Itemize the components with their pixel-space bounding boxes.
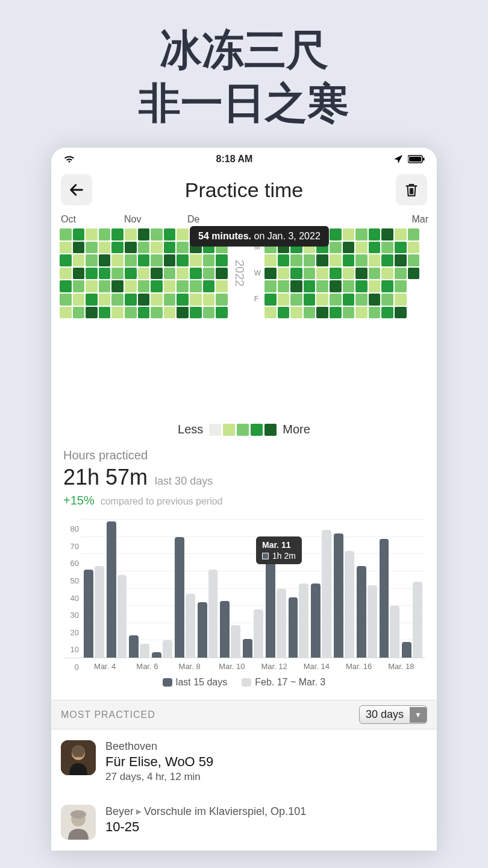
heatmap-day-cell[interactable] xyxy=(73,294,85,306)
heatmap-day-cell[interactable] xyxy=(369,268,381,280)
heatmap-day-cell[interactable] xyxy=(264,280,277,292)
heatmap-day-cell[interactable] xyxy=(164,254,176,266)
heatmap-day-cell[interactable] xyxy=(60,307,72,319)
heatmap-day-cell[interactable] xyxy=(151,268,163,280)
heatmap-day-cell[interactable] xyxy=(73,228,85,241)
heatmap-day-cell[interactable] xyxy=(290,268,302,280)
heatmap-day-cell[interactable] xyxy=(369,254,381,266)
heatmap-day-cell[interactable] xyxy=(60,294,72,306)
heatmap-day-cell[interactable] xyxy=(316,280,328,292)
heatmap-day-cell[interactable] xyxy=(99,242,111,254)
heatmap-day-cell[interactable] xyxy=(278,254,290,266)
list-item[interactable]: Beyer▸Vorschule im Klavierspiel, Op.101 … xyxy=(61,794,427,851)
heatmap-day-cell[interactable] xyxy=(99,228,111,241)
heatmap-day-cell[interactable] xyxy=(125,228,137,241)
heatmap-day-cell[interactable] xyxy=(330,242,342,254)
heatmap-day-cell[interactable] xyxy=(86,228,98,241)
heatmap-day-cell[interactable] xyxy=(190,254,202,266)
chart-bars[interactable] xyxy=(84,520,422,658)
heatmap-day-cell[interactable] xyxy=(138,228,150,241)
bar-current[interactable] xyxy=(198,602,207,658)
heatmap-day-cell[interactable] xyxy=(278,280,290,292)
heatmap-day-cell[interactable] xyxy=(264,254,277,266)
delete-button[interactable] xyxy=(396,174,427,206)
heatmap-day-cell[interactable] xyxy=(330,254,342,266)
bar-previous[interactable] xyxy=(413,582,422,658)
heatmap-day-cell[interactable] xyxy=(164,280,176,292)
bar-previous[interactable] xyxy=(95,566,104,658)
period-dropdown[interactable]: 30 days ▼ xyxy=(359,705,427,724)
heatmap-day-cell[interactable] xyxy=(99,307,111,319)
heatmap-day-cell[interactable] xyxy=(343,254,355,266)
heatmap-day-cell[interactable] xyxy=(86,268,98,280)
heatmap-day-cell[interactable] xyxy=(86,294,98,306)
heatmap-day-cell[interactable] xyxy=(125,280,137,292)
heatmap-day-cell[interactable] xyxy=(73,254,85,266)
heatmap-day-cell[interactable] xyxy=(395,254,407,266)
bar-previous[interactable] xyxy=(140,644,149,658)
heatmap-day-cell[interactable] xyxy=(304,294,316,306)
heatmap-day-cell[interactable] xyxy=(151,307,163,319)
heatmap-day-cell[interactable] xyxy=(369,242,381,254)
heatmap-day-cell[interactable] xyxy=(151,242,163,254)
heatmap-day-cell[interactable] xyxy=(86,254,98,266)
heatmap-day-cell[interactable] xyxy=(138,254,150,266)
heatmap-day-cell[interactable] xyxy=(216,280,228,292)
heatmap-day-cell[interactable] xyxy=(316,268,328,280)
heatmap-day-cell[interactable] xyxy=(264,294,277,306)
list-item[interactable]: Beethoven Für Elise, WoO 59 27 days, 4 h… xyxy=(61,729,427,794)
heatmap-day-cell[interactable] xyxy=(395,242,407,254)
heatmap-day-cell[interactable] xyxy=(111,254,124,266)
back-button[interactable] xyxy=(61,174,92,206)
heatmap-day-cell[interactable] xyxy=(264,268,277,280)
heatmap-day-cell[interactable] xyxy=(99,268,111,280)
heatmap-day-cell[interactable] xyxy=(125,294,137,306)
heatmap-day-cell[interactable] xyxy=(316,307,328,319)
heatmap-day-cell[interactable] xyxy=(125,254,137,266)
heatmap-day-cell[interactable] xyxy=(381,307,393,319)
bar-previous[interactable] xyxy=(299,583,308,658)
heatmap-day-cell[interactable] xyxy=(408,254,420,266)
heatmap-day-cell[interactable] xyxy=(330,294,342,306)
heatmap-day-cell[interactable] xyxy=(203,294,215,306)
heatmap-day-cell[interactable] xyxy=(369,307,381,319)
heatmap-day-cell[interactable] xyxy=(111,294,124,306)
heatmap-day-cell[interactable] xyxy=(138,242,150,254)
heatmap-day-cell[interactable] xyxy=(304,280,316,292)
heatmap-day-cell[interactable] xyxy=(203,268,215,280)
heatmap-day-cell[interactable] xyxy=(381,254,393,266)
heatmap-day-cell[interactable] xyxy=(343,280,355,292)
heatmap-day-cell[interactable] xyxy=(278,307,290,319)
heatmap-day-cell[interactable] xyxy=(216,254,228,266)
heatmap[interactable]: 54 minutes. on Jan. 3, 2022 2022MWF xyxy=(60,228,428,325)
heatmap-day-cell[interactable] xyxy=(290,254,302,266)
bar-previous[interactable] xyxy=(322,530,331,658)
bar-current[interactable] xyxy=(311,583,321,658)
heatmap-day-cell[interactable] xyxy=(355,294,368,306)
heatmap-day-cell[interactable] xyxy=(111,268,124,280)
heatmap-day-cell[interactable] xyxy=(86,242,98,254)
heatmap-day-cell[interactable] xyxy=(177,280,189,292)
bar-current[interactable] xyxy=(107,521,116,658)
bar-current[interactable] xyxy=(357,566,366,658)
bar-previous[interactable] xyxy=(117,575,127,658)
heatmap-day-cell[interactable] xyxy=(111,228,124,241)
heatmap-day-cell[interactable] xyxy=(395,294,407,306)
heatmap-day-cell[interactable] xyxy=(99,254,111,266)
heatmap-day-cell[interactable] xyxy=(138,294,150,306)
heatmap-day-cell[interactable] xyxy=(381,242,393,254)
heatmap-day-cell[interactable] xyxy=(395,280,407,292)
heatmap-day-cell[interactable] xyxy=(164,307,176,319)
heatmap-day-cell[interactable] xyxy=(111,280,124,292)
heatmap-day-cell[interactable] xyxy=(278,268,290,280)
bar-previous[interactable] xyxy=(345,551,354,658)
heatmap-day-cell[interactable] xyxy=(164,228,176,241)
heatmap-day-cell[interactable] xyxy=(164,242,176,254)
heatmap-day-cell[interactable] xyxy=(125,242,137,254)
bar-current[interactable] xyxy=(402,642,411,658)
heatmap-day-cell[interactable] xyxy=(151,228,163,241)
heatmap-day-cell[interactable] xyxy=(138,268,150,280)
heatmap-day-cell[interactable] xyxy=(73,268,85,280)
heatmap-day-cell[interactable] xyxy=(343,268,355,280)
heatmap-day-cell[interactable] xyxy=(203,307,215,319)
